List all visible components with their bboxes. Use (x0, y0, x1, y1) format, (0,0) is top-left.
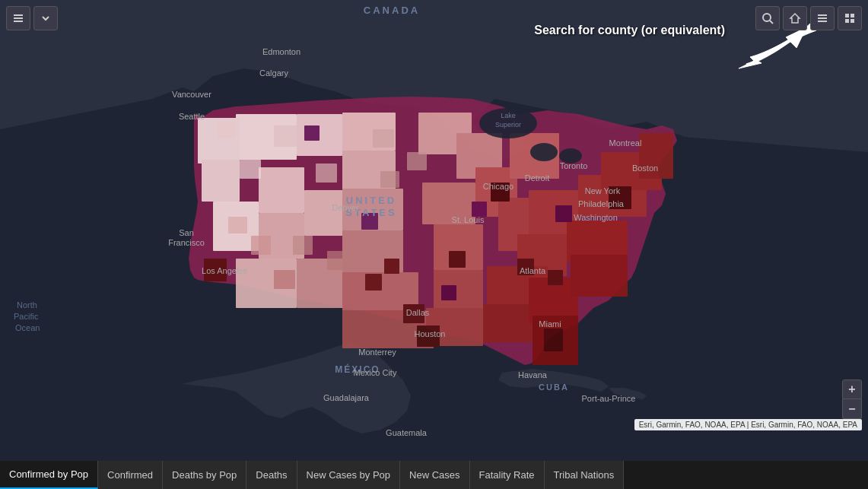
grid-button[interactable] (838, 6, 862, 30)
search-button[interactable] (755, 6, 780, 30)
tab-deaths[interactable]: Deaths (246, 461, 297, 489)
svg-text:San: San (179, 228, 194, 237)
tab-deaths-by-pop[interactable]: Deaths by Pop (163, 461, 246, 489)
svg-text:Montreal: Montreal (609, 138, 642, 148)
tab-confirmed[interactable]: Confirmed (98, 461, 163, 489)
svg-text:Houston: Houston (415, 329, 446, 338)
svg-rect-41 (544, 329, 563, 351)
svg-rect-45 (384, 259, 399, 274)
svg-rect-7 (259, 167, 304, 213)
tab-confirmed-by-pop[interactable]: Confirmed by Pop (0, 461, 98, 489)
svg-rect-47 (548, 270, 563, 285)
svg-rect-54 (217, 122, 236, 138)
svg-rect-109 (14, 21, 23, 22)
list-button[interactable] (810, 6, 835, 30)
svg-text:Francisco: Francisco (168, 238, 205, 247)
svg-rect-55 (240, 160, 261, 179)
svg-rect-51 (472, 202, 487, 217)
svg-rect-114 (818, 21, 827, 22)
svg-text:Superior: Superior (495, 121, 521, 129)
attribution: Esri, Garmin, FAO, NOAA, EPA | Esri, Gar… (634, 419, 862, 430)
layers-icon (12, 12, 24, 24)
svg-text:Chicago: Chicago (483, 182, 513, 191)
svg-text:Guatemala: Guatemala (386, 428, 428, 437)
chevron-down-icon (41, 14, 50, 23)
svg-text:Denver: Denver (332, 203, 359, 212)
dropdown-button[interactable] (33, 6, 58, 30)
search-icon (761, 12, 774, 24)
svg-text:Ocean: Ocean (15, 323, 40, 332)
svg-text:Guadalajara: Guadalajara (323, 393, 370, 402)
svg-rect-58 (373, 129, 394, 148)
grid-icon (844, 12, 856, 24)
svg-rect-118 (851, 19, 854, 23)
svg-text:Dallas: Dallas (406, 308, 430, 317)
svg-text:Mexico City: Mexico City (354, 368, 397, 377)
svg-text:Havana: Havana (518, 370, 548, 379)
list-icon (816, 12, 828, 24)
svg-rect-60 (380, 171, 399, 188)
svg-rect-116 (851, 14, 854, 17)
tab-new-cases-pop[interactable]: New Cases by Pop (297, 461, 401, 489)
tab-tribal-nations[interactable]: Tribal Nations (545, 461, 625, 489)
svg-rect-115 (845, 14, 849, 17)
svg-text:Seattle: Seattle (179, 112, 205, 121)
zoom-controls: + − (842, 379, 862, 419)
annotation-text: Search for county (or equivalent) (534, 23, 725, 39)
svg-rect-57 (316, 164, 337, 183)
svg-rect-112 (818, 14, 827, 16)
svg-text:New York: New York (585, 186, 621, 195)
svg-rect-52 (555, 205, 572, 222)
svg-rect-107 (14, 14, 23, 16)
toolbar-right (755, 6, 862, 30)
svg-rect-62 (293, 236, 313, 255)
svg-rect-113 (818, 17, 827, 19)
svg-rect-56 (274, 125, 297, 147)
svg-text:Los Angeles: Los Angeles (202, 266, 247, 275)
svg-rect-63 (274, 270, 295, 289)
svg-rect-49 (304, 125, 320, 141)
svg-rect-64 (251, 236, 271, 255)
svg-text:Philadelphia: Philadelphia (578, 199, 625, 208)
svg-rect-34 (571, 255, 628, 297)
svg-text:Vancouver: Vancouver (172, 90, 211, 99)
svg-rect-22 (434, 270, 483, 312)
svg-text:Calgary: Calgary (259, 68, 288, 78)
layers-button[interactable] (6, 6, 30, 30)
svg-text:CUBA: CUBA (539, 383, 569, 392)
svg-text:Edmonton: Edmonton (262, 47, 300, 56)
svg-text:Miami: Miami (539, 319, 561, 329)
svg-rect-65 (228, 217, 247, 233)
svg-rect-46 (449, 251, 466, 268)
svg-text:CANADA: CANADA (364, 5, 420, 16)
tabs-bar: Confirmed by Pop Confirmed Deaths by Pop… (0, 461, 868, 489)
svg-text:Monterrey: Monterrey (358, 348, 396, 357)
svg-text:St. Louis: St. Louis (452, 215, 485, 224)
svg-text:Lake: Lake (501, 112, 516, 119)
svg-rect-108 (14, 17, 23, 19)
svg-text:Detroit: Detroit (525, 173, 549, 183)
toolbar-left (6, 6, 58, 30)
svg-rect-53 (441, 285, 456, 300)
zoom-out-button[interactable]: − (842, 399, 862, 419)
home-button[interactable] (783, 6, 807, 30)
svg-point-104 (530, 143, 558, 161)
svg-text:Pacific: Pacific (14, 312, 39, 321)
svg-text:Atlanta: Atlanta (520, 266, 546, 275)
svg-rect-5 (202, 160, 240, 202)
svg-rect-44 (365, 274, 382, 291)
svg-text:Boston: Boston (632, 164, 658, 173)
svg-point-110 (763, 14, 771, 21)
zoom-in-button[interactable]: + (842, 379, 862, 399)
svg-rect-61 (327, 251, 348, 270)
svg-rect-117 (845, 19, 849, 23)
svg-text:North: North (17, 300, 37, 310)
svg-text:Washington: Washington (574, 213, 618, 222)
map-container[interactable]: CANADA UNITED STATES MÉXICO CUBA North P… (0, 0, 868, 461)
tab-new-cases[interactable]: New Cases (400, 461, 469, 489)
tab-fatality-rate[interactable]: Fatality Rate (470, 461, 545, 489)
svg-text:Port-au-Prince: Port-au-Prince (582, 394, 636, 403)
home-icon (789, 12, 801, 24)
svg-rect-59 (407, 152, 427, 170)
svg-line-111 (770, 21, 773, 24)
